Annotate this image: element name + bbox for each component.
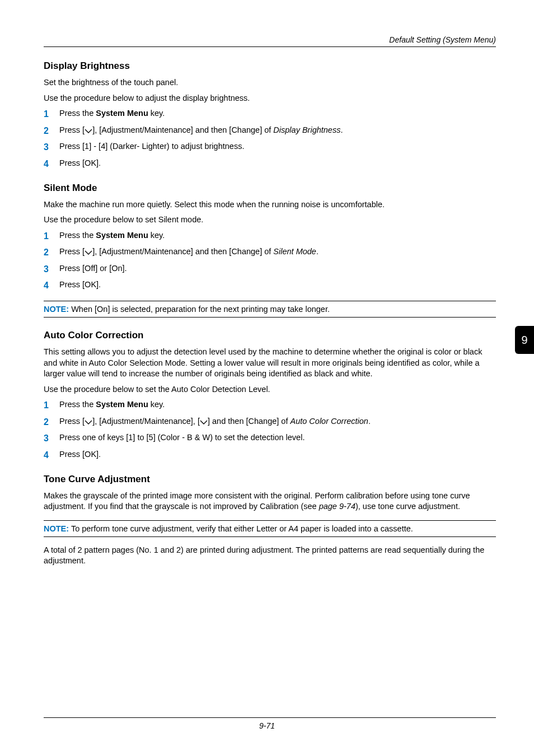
list-item: 4 Press [OK]. bbox=[44, 279, 496, 292]
step-text: Press [OK]. bbox=[59, 449, 496, 461]
step-number: 4 bbox=[44, 449, 59, 461]
note-block: NOTE: When [On] is selected, preparation… bbox=[44, 301, 496, 318]
chevron-down-icon bbox=[85, 417, 92, 428]
chevron-down-icon bbox=[85, 248, 92, 259]
chevron-down-icon bbox=[85, 126, 92, 137]
breadcrumb: Default Setting (System Menu) bbox=[44, 35, 496, 46]
body-text: Set the brightness of the touch panel. bbox=[44, 77, 496, 88]
body-text: Make the machine run more quietly. Selec… bbox=[44, 199, 496, 211]
list-item: 2 Press [], [Adjustment/Maintenance], []… bbox=[44, 416, 496, 428]
step-number: 2 bbox=[44, 246, 59, 259]
step-number: 3 bbox=[44, 263, 59, 276]
step-number: 3 bbox=[44, 432, 59, 445]
list-item: 1 Press the System Menu key. bbox=[44, 108, 496, 120]
note-label: NOTE: bbox=[44, 305, 69, 314]
section-heading-auto-color: Auto Color Correction bbox=[44, 330, 496, 341]
list-item: 3 Press [1] - [4] (Darker- Lighter) to a… bbox=[44, 141, 496, 153]
page-header: Default Setting (System Menu) bbox=[44, 35, 496, 47]
chapter-number: 9 bbox=[521, 334, 527, 347]
step-text: Press [], [Adjustment/Maintenance] and t… bbox=[59, 125, 496, 137]
list-item: 1 Press the System Menu key. bbox=[44, 230, 496, 242]
body-text: Use the procedure below to adjust the di… bbox=[44, 93, 496, 104]
body-text: Makes the grayscale of the printed image… bbox=[44, 491, 496, 512]
chevron-down-icon bbox=[200, 417, 208, 428]
step-number: 4 bbox=[44, 279, 59, 292]
step-text: Press [], [Adjustment/Maintenance], [] a… bbox=[59, 416, 496, 428]
step-text: Press [OK]. bbox=[59, 158, 496, 170]
step-text: Press the System Menu key. bbox=[59, 399, 496, 412]
page-number: 9-71 bbox=[259, 721, 275, 730]
body-text: A total of 2 pattern pages (No. 1 and 2)… bbox=[44, 545, 496, 567]
list-item: 4 Press [OK]. bbox=[44, 449, 496, 461]
step-number: 4 bbox=[44, 158, 59, 170]
list-item: 1 Press the System Menu key. bbox=[44, 399, 496, 412]
list-item: 3 Press [Off] or [On]. bbox=[44, 263, 496, 276]
step-text: Press the System Menu key. bbox=[59, 230, 496, 242]
body-text: Use the procedure below to set the Auto … bbox=[44, 384, 496, 395]
section-heading-tone-curve: Tone Curve Adjustment bbox=[44, 474, 496, 485]
body-text: Use the procedure below to set Silent mo… bbox=[44, 214, 496, 226]
note-body: To perform tone curve adjustment, verify… bbox=[69, 524, 413, 533]
chapter-tab: 9 bbox=[515, 326, 534, 354]
list-item: 4 Press [OK]. bbox=[44, 158, 496, 170]
note-label: NOTE: bbox=[44, 524, 69, 533]
list-item: 2 Press [], [Adjustment/Maintenance] and… bbox=[44, 125, 496, 137]
step-list: 1 Press the System Menu key. 2 Press [],… bbox=[44, 399, 496, 461]
step-number: 1 bbox=[44, 399, 59, 412]
list-item: 3 Press one of keys [1] to [5] (Color - … bbox=[44, 432, 496, 445]
step-text: Press the System Menu key. bbox=[59, 108, 496, 120]
page-footer: 9-71 bbox=[0, 717, 534, 730]
step-text: Press [OK]. bbox=[59, 279, 496, 292]
step-list: 1 Press the System Menu key. 2 Press [],… bbox=[44, 230, 496, 292]
step-number: 2 bbox=[44, 416, 59, 428]
section-heading-display-brightness: Display Brightness bbox=[44, 60, 496, 72]
step-number: 1 bbox=[44, 108, 59, 120]
step-number: 1 bbox=[44, 230, 59, 242]
step-text: Press [1] - [4] (Darker- Lighter) to adj… bbox=[59, 141, 496, 153]
step-list: 1 Press the System Menu key. 2 Press [],… bbox=[44, 108, 496, 170]
step-number: 2 bbox=[44, 125, 59, 137]
step-text: Press [Off] or [On]. bbox=[59, 263, 496, 276]
step-number: 3 bbox=[44, 141, 59, 153]
section-heading-silent-mode: Silent Mode bbox=[44, 183, 496, 194]
note-block: NOTE: To perform tone curve adjustment, … bbox=[44, 520, 496, 537]
note-body: When [On] is selected, preparation for t… bbox=[69, 305, 330, 314]
step-text: Press one of keys [1] to [5] (Color - B … bbox=[59, 432, 496, 445]
step-text: Press [], [Adjustment/Maintenance] and t… bbox=[59, 246, 496, 259]
list-item: 2 Press [], [Adjustment/Maintenance] and… bbox=[44, 246, 496, 259]
body-text: This setting allows you to adjust the de… bbox=[44, 347, 496, 380]
